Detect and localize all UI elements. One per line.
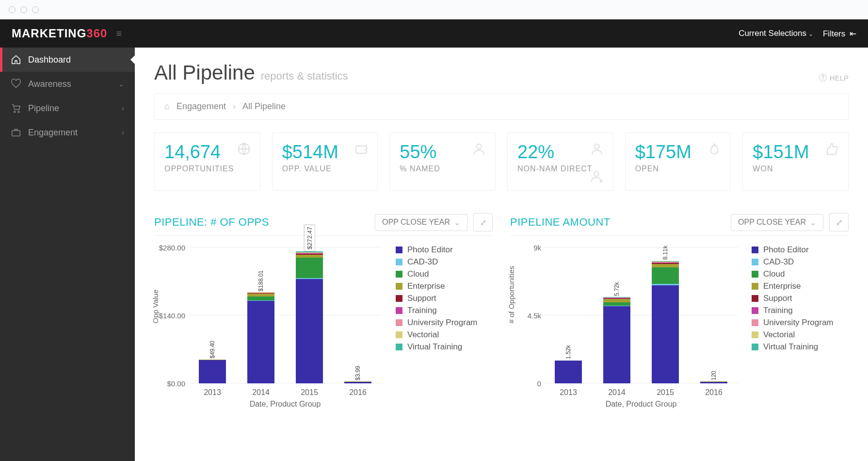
home-icon[interactable]: ⌂ [164,101,170,112]
legend-item[interactable]: Virtual Training [752,342,849,352]
kpi-card[interactable]: $175M OPEN [625,132,731,191]
legend-label: Cloud [407,269,429,279]
legend-item[interactable]: University Program [396,318,493,328]
person-x-icon [590,142,604,158]
page-title: All Pipeline [154,61,255,84]
bar-segment[interactable] [652,264,679,267]
kpi-label: OPP. VALUE [282,165,368,173]
brand-part1: MARKETING [12,27,86,40]
legend-swatch [752,259,758,265]
close-year-dropdown[interactable]: OPP CLOSE YEAR⌄ [731,214,823,231]
bar-segment[interactable] [296,258,323,278]
help-button[interactable]: ? HELP [819,74,849,82]
window-chrome [0,0,868,19]
kpi-row: 14,674 OPPORTUNITIES $514M OPP. VALUE 55… [154,132,849,191]
topbar: MARKETING360 ≡ Current Selections⌄ Filte… [0,19,868,48]
sidebar-item-pipeline[interactable]: Pipeline ‹ [0,96,135,120]
bar-segment[interactable] [603,299,630,302]
legend-item[interactable]: Support [396,294,493,303]
legend-item[interactable]: Training [396,306,493,315]
bar-segment[interactable] [603,306,630,383]
svg-point-6 [595,144,599,149]
chevron-left-icon: ‹ [122,129,124,136]
legend-item[interactable]: Training [752,306,849,315]
legend-item[interactable]: Virtual Training [396,342,493,352]
legend-item[interactable]: CAD-3D [752,257,849,267]
bar-value-label: $49.40 [209,341,216,359]
bar-segment[interactable] [344,382,371,383]
legend-label: CAD-3D [407,257,438,267]
expand-button[interactable]: ⤢ [473,213,493,231]
legend-item[interactable]: Support [752,294,849,303]
page-subtitle: reports & statistics [261,70,348,82]
legend-swatch [396,247,402,253]
bar-segment[interactable] [199,360,226,383]
cart-icon [11,103,21,114]
y-tick: 0 [514,379,541,388]
x-axis-label: Date, Product Group [606,400,677,409]
legend-item[interactable]: Enterprise [396,281,493,291]
bar-column: 5.72k [603,282,630,383]
svg-point-1 [18,111,19,113]
sidebar-item-label: Pipeline [28,103,59,114]
breadcrumb-root[interactable]: Engagement [177,101,226,112]
bar-segment[interactable] [652,285,679,383]
legend-swatch [752,319,758,326]
globe-icon [237,142,251,158]
bar-segment[interactable] [296,279,323,383]
legend-label: University Program [763,318,834,328]
chevron-left-icon: ‹ [122,104,124,112]
traffic-light-close[interactable] [9,6,16,13]
kpi-card[interactable]: 55% % NAMED [389,132,496,191]
chevron-down-icon: ⌄ [118,80,124,88]
legend-swatch [396,259,402,265]
traffic-light-zoom[interactable] [32,6,39,13]
filters-button[interactable]: Filters ⇤ [823,29,856,39]
bar-segment[interactable] [247,301,274,383]
traffic-light-minimize[interactable] [20,6,27,13]
person-icon [472,142,486,158]
legend-label: Photo Editor [407,245,453,255]
legend-item[interactable]: Enterprise [752,281,849,291]
kpi-card[interactable]: $514M OPP. VALUE [272,132,378,191]
bar-value-label: 1.52k [565,345,572,359]
legend-item[interactable]: Cloud [396,269,493,279]
chart-card: PIPELINE AMOUNT OPP CLOSE YEAR⌄ ⤢ # of O… [510,213,849,412]
close-year-dropdown[interactable]: OPP CLOSE YEAR⌄ [375,214,467,231]
legend-item[interactable]: Photo Editor [396,245,493,255]
legend-item[interactable]: Cloud [752,269,849,279]
bar-segment[interactable] [700,382,727,383]
bar-segment[interactable] [603,302,630,306]
chevron-down-icon: ⌄ [454,218,460,227]
legend-swatch [752,344,758,350]
legend-label: Support [763,294,792,303]
bar-segment[interactable] [652,267,679,284]
legend-label: Training [763,306,793,315]
stacked-bar [603,297,630,383]
kpi-card[interactable]: 14,674 OPPORTUNITIES [154,132,260,191]
sidebar-item-engagement[interactable]: Engagement ‹ [0,120,135,145]
thumb-icon [825,142,839,158]
current-selections-button[interactable]: Current Selections⌄ [739,29,813,38]
kpi-card[interactable]: $151M WON [742,132,849,191]
sidebar-item-awareness[interactable]: Awareness ⌄ [0,72,135,96]
legend-item[interactable]: University Program [752,318,849,328]
legend-item[interactable]: Photo Editor [752,245,849,255]
kpi-card[interactable]: 22% NON-NAM DIRECT [507,132,613,191]
legend-item[interactable]: CAD-3D [396,257,493,267]
expand-icon: ⤢ [836,218,842,227]
legend-item[interactable]: Vectorial [752,330,849,340]
stacked-bar [296,251,323,384]
legend-swatch [752,331,758,338]
x-tick: 2015 [657,388,674,397]
legend-label: CAD-3D [763,257,794,267]
sidebar-item-dashboard[interactable]: Dashboard [0,48,135,72]
expand-button[interactable]: ⤢ [829,213,849,231]
legend-item[interactable]: Vectorial [396,330,493,340]
bar-column: $272.47 [296,225,323,384]
bar-segment[interactable] [247,296,274,300]
kpi-label: WON [753,165,838,173]
legend-swatch [752,307,758,314]
bar-segment[interactable] [555,361,582,383]
hamburger-icon[interactable]: ≡ [116,30,122,37]
